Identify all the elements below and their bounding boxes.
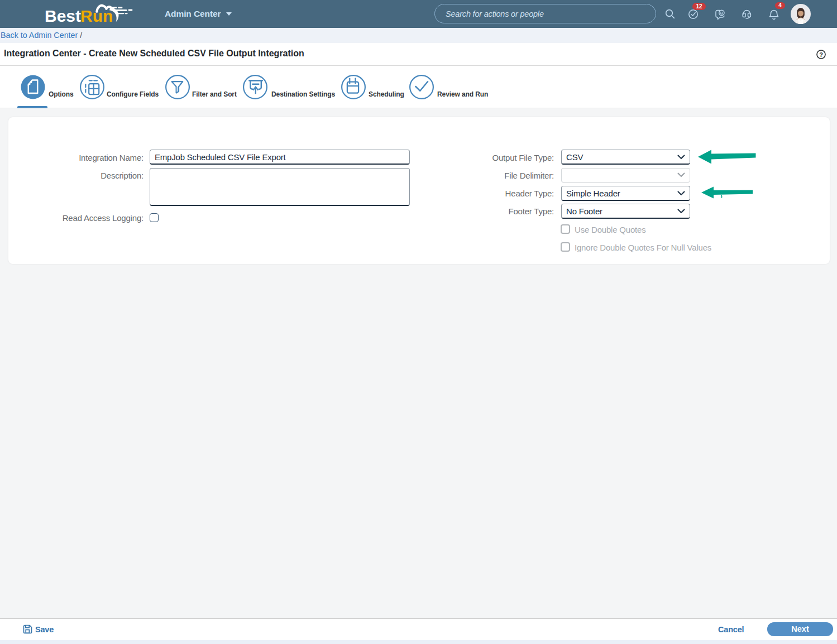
svg-text:Best: Best [45, 7, 81, 25]
svg-text:?: ? [819, 51, 823, 58]
svg-text:Run: Run [80, 7, 113, 25]
